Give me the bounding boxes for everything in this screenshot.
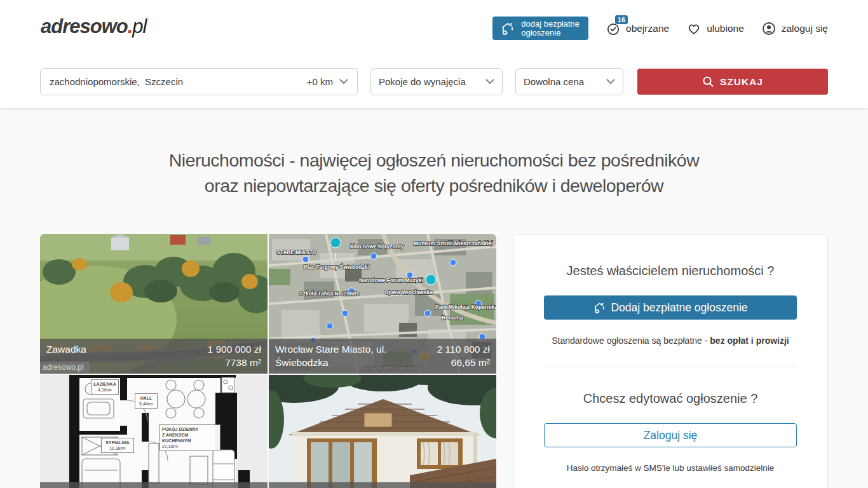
sidebar-login-button[interactable]: Zaloguj się <box>544 423 797 447</box>
favorites-link[interactable]: ulubione <box>686 21 744 36</box>
viewed-label: obejrzane <box>626 23 669 34</box>
listing-overlay: Zacharzyce, ul. Tadeusza 455 000 zł <box>40 482 268 488</box>
login-link[interactable]: zaloguj się <box>761 21 828 36</box>
edit-heading: Chcesz edytować ogłoszenie ? <box>544 391 797 406</box>
location-value: zachodniopomorskie, Szczecin <box>50 76 307 87</box>
listings-grid: Zawadka 1 900 000 zł 7738 m² adresowo.pl <box>40 234 496 488</box>
sidebar-add-listing-button[interactable]: Dodaj bezpłatne ogłoszenie <box>544 295 797 320</box>
chevron-down-icon <box>606 79 615 85</box>
edit-note: Hasło otrzymałeś w SMS'ie lub ustawiłeś … <box>544 463 797 473</box>
listing-price-area: 2 110 800 zł 66,65 m² <box>437 342 490 369</box>
listing-card-zacharzyce[interactable]: ŁAZIENKA4,16m² HALL5,44m² POKÓJ DZIENNYZ… <box>40 375 268 488</box>
floorplan-image <box>40 375 268 488</box>
search-button[interactable]: SZUKAJ <box>637 69 828 95</box>
property-type-select[interactable]: Pokoje do wynajęcia <box>370 68 503 95</box>
svg-text:Renoma: Renoma <box>442 315 463 321</box>
heart-icon <box>686 21 702 36</box>
header-actions: dodaj bezpłatne ogłoszenie 16 obejrzane <box>492 17 828 40</box>
search-icon <box>702 76 714 88</box>
brand-name: adresowo <box>41 15 128 37</box>
sidebar-add-listing-label: Dodaj bezpłatne ogłoszenie <box>611 301 747 315</box>
listing-card-skierniewice[interactable]: Skierniewice Rawka, ul. 1 100 000 zł <box>269 375 496 488</box>
floorplan-room-pokoj: POKÓJ DZIENNYZ ANEKSEM KUCHENNYM21,33m² <box>159 424 220 451</box>
brand-logo[interactable]: adresowo.pl <box>41 15 146 38</box>
svg-text:Opera Wrocławska: Opera Wrocławska <box>384 289 433 295</box>
page-title: Nieruchomości - najwięcej ogłoszeń nieru… <box>0 147 868 198</box>
svg-text:kino nowe horyzonty: kino nowe horyzonty <box>350 243 404 250</box>
chevron-down-icon <box>339 79 348 85</box>
svg-text:Park Mikołaja Kopernika: Park Mikołaja Kopernika <box>435 304 496 310</box>
edit-section: Chcesz edytować ogłoszenie ? Zaloguj się… <box>513 367 827 473</box>
user-icon <box>761 21 776 36</box>
svg-text:STARE MIASTO: STARE MIASTO <box>276 249 317 255</box>
login-label: zaloguj się <box>782 23 828 34</box>
viewed-link[interactable]: 16 obejrzane <box>606 21 669 36</box>
svg-text:Narodowe Forum Muzyki: Narodowe Forum Muzyki <box>359 277 423 283</box>
search-button-label: SZUKAJ <box>720 76 763 88</box>
viewed-badge: 16 <box>615 15 628 24</box>
svg-text:Plac Targowy Świebodzki: Plac Targowy Świebodzki <box>304 263 369 270</box>
favorites-label: ulubione <box>707 23 744 34</box>
owner-heading: Jesteś właścicielem nieruchomości ? <box>544 264 797 278</box>
listing-overlay: Wrocław Stare Miasto, ul. Świebodzka 2 1… <box>269 339 496 374</box>
main-columns: Zawadka 1 900 000 zł 7738 m² adresowo.pl <box>40 234 828 488</box>
photo-watermark: adresowo.pl <box>40 362 90 373</box>
radius-value: +0 km <box>307 76 333 87</box>
floorplan-room-lazienka: ŁAZIENKA4,16m² <box>91 379 119 395</box>
brand-tld: pl <box>132 15 146 37</box>
add-listing-button[interactable]: dodaj bezpłatne ogłoszenie <box>492 17 588 40</box>
listing-area: 66,65 m² <box>451 357 490 368</box>
page: adresowo.pl dodaj bezpłatne ogłosze <box>0 0 868 488</box>
price-select[interactable]: Dowolna cena <box>515 68 623 95</box>
svg-text:Muzeum Sztuki Mieszczańskiej: Muzeum Sztuki Mieszczańskiej <box>414 240 493 247</box>
owner-note: Standardowe ogłoszenia są bezpłatne - be… <box>544 336 797 346</box>
chevron-down-icon <box>485 79 494 85</box>
listing-area: 7738 m² <box>225 357 261 368</box>
listing-card-wroclaw[interactable]: STARE MIASTO kino nowe horyzonty Muzeum … <box>269 234 496 374</box>
listing-price: 1 900 000 zł <box>208 344 261 355</box>
listing-price-area: 1 900 000 zł 7738 m² <box>208 342 261 369</box>
price-value: Dowolna cena <box>524 76 584 87</box>
svg-text:Szkoła Tańca No Limits: Szkoła Tańca No Limits <box>299 290 360 297</box>
search-bar: zachodniopomorskie, Szczecin +0 km Pokoj… <box>40 68 828 95</box>
house-photo <box>269 375 496 488</box>
house-add-icon <box>593 301 606 315</box>
house-add-icon <box>500 21 515 36</box>
listing-overlay: Skierniewice Rawka, ul. 1 100 000 zł <box>269 482 496 488</box>
add-listing-label: dodaj bezpłatne ogłoszenie <box>521 20 580 37</box>
property-type-value: Pokoje do wynajęcia <box>379 76 466 87</box>
sidebar-panel: Jesteś właścicielem nieruchomości ? Doda… <box>513 234 828 488</box>
listing-name: Wrocław Stare Miasto, ul. Świebodzka <box>275 342 412 369</box>
content-area: Nieruchomości - najwięcej ogłoszeń nieru… <box>0 108 868 488</box>
owner-section: Jesteś właścicielem nieruchomości ? Doda… <box>513 234 827 367</box>
check-circle-icon: 16 <box>606 21 621 36</box>
location-input[interactable]: zachodniopomorskie, Szczecin +0 km <box>40 68 358 95</box>
floorplan-room-hall: HALL5,44m² <box>135 393 158 409</box>
radius-dropdown[interactable]: +0 km <box>307 76 348 87</box>
listing-price: 2 110 800 zł <box>437 344 490 355</box>
header: adresowo.pl dodaj bezpłatne ogłosze <box>0 0 868 108</box>
listing-card-zawadka[interactable]: Zawadka 1 900 000 zł 7738 m² adresowo.pl <box>40 234 268 374</box>
floorplan-room-sypialnia: SYPIALNIA10,38m² <box>101 438 134 453</box>
